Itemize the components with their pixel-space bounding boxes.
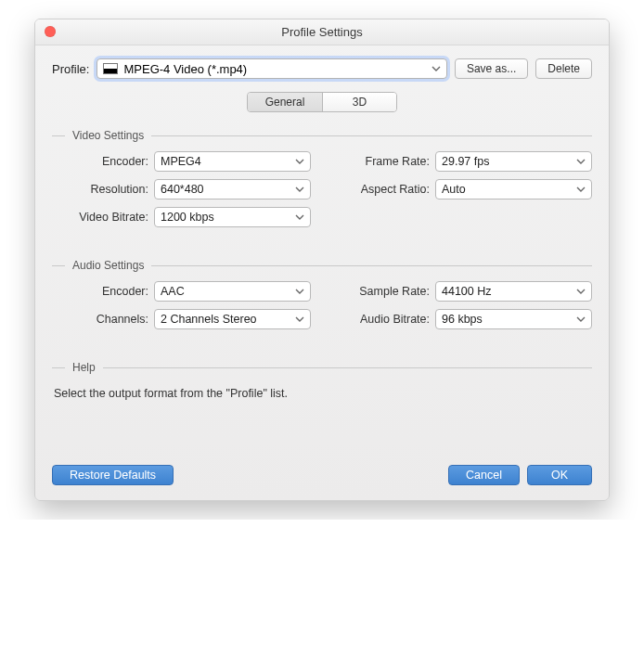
titlebar: Profile Settings — [35, 19, 609, 45]
chevron-down-icon — [295, 289, 304, 294]
chevron-down-icon — [576, 159, 586, 164]
video-bitrate-select[interactable]: 1200 kbps — [154, 207, 311, 227]
chevron-down-icon — [295, 187, 304, 192]
audio-settings-group: Audio Settings Encoder: AAC Sample Rate:… — [52, 259, 592, 329]
resolution-select[interactable]: 640*480 — [154, 179, 311, 199]
sample-rate-select[interactable]: 44100 Hz — [435, 281, 592, 302]
tab-3d[interactable]: 3D — [322, 93, 396, 111]
video-settings-title: Video Settings — [72, 129, 144, 142]
help-text: Select the output format from the "Profi… — [52, 383, 592, 428]
cancel-button[interactable]: Cancel — [448, 465, 520, 485]
window-controls — [45, 26, 56, 37]
help-group: Help Select the output format from the "… — [52, 361, 592, 428]
sample-rate-label: Sample Rate: — [333, 285, 435, 298]
tab-group: General 3D — [247, 92, 397, 112]
close-icon[interactable] — [45, 26, 56, 37]
chevron-down-icon — [295, 214, 304, 220]
resolution-label: Resolution: — [52, 183, 154, 196]
delete-button[interactable]: Delete — [535, 58, 592, 79]
frame-rate-select[interactable]: 29.97 fps — [435, 151, 592, 172]
profile-settings-window: Profile Settings Profile: MPEG-4 Video (… — [34, 19, 610, 501]
profile-label: Profile: — [52, 62, 89, 76]
video-encoder-select[interactable]: MPEG4 — [154, 151, 311, 172]
audio-encoder-label: Encoder: — [52, 285, 154, 298]
audio-settings-title: Audio Settings — [72, 259, 144, 272]
save-as-button[interactable]: Save as... — [455, 58, 528, 79]
chevron-down-icon — [576, 289, 586, 294]
profile-select-value: MPEG-4 Video (*.mp4) — [123, 62, 247, 76]
audio-bitrate-select[interactable]: 96 kbps — [435, 309, 592, 329]
chevron-down-icon — [576, 316, 586, 322]
chevron-down-icon — [576, 187, 586, 192]
tab-general[interactable]: General — [248, 93, 322, 111]
aspect-ratio-label: Aspect Ratio: — [333, 183, 435, 196]
channels-select[interactable]: 2 Channels Stereo — [154, 309, 311, 329]
mpeg-format-icon — [103, 63, 118, 74]
profile-select[interactable]: MPEG-4 Video (*.mp4) — [97, 58, 446, 79]
dialog-footer: Restore Defaults Cancel OK — [52, 465, 592, 485]
audio-bitrate-label: Audio Bitrate: — [333, 313, 435, 326]
frame-rate-label: Frame Rate: — [333, 155, 435, 168]
aspect-ratio-select[interactable]: Auto — [435, 179, 592, 199]
chevron-down-icon — [295, 159, 304, 164]
window-title: Profile Settings — [35, 25, 609, 39]
ok-button[interactable]: OK — [527, 465, 592, 485]
audio-encoder-select[interactable]: AAC — [154, 281, 311, 302]
help-title: Help — [72, 361, 96, 374]
video-bitrate-label: Video Bitrate: — [52, 211, 154, 224]
chevron-down-icon — [431, 66, 441, 71]
video-settings-group: Video Settings Encoder: MPEG4 Frame Rate… — [52, 129, 592, 227]
video-encoder-label: Encoder: — [52, 155, 154, 168]
chevron-down-icon — [295, 316, 304, 322]
restore-defaults-button[interactable]: Restore Defaults — [52, 465, 174, 485]
channels-label: Channels: — [52, 313, 154, 326]
